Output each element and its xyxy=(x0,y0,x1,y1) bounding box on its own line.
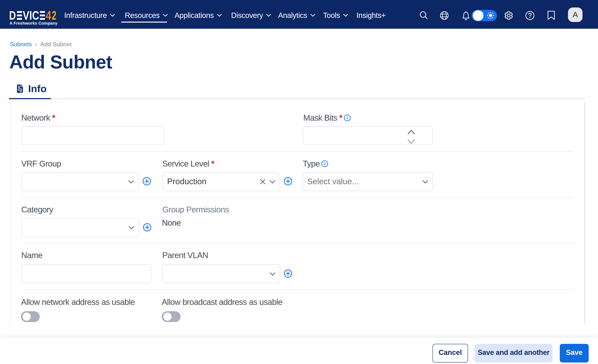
svg-text:VIC: VIC xyxy=(23,11,39,20)
svg-text:4: 4 xyxy=(46,11,51,20)
svg-text:2: 2 xyxy=(52,11,56,20)
svg-text:D: D xyxy=(9,11,16,20)
